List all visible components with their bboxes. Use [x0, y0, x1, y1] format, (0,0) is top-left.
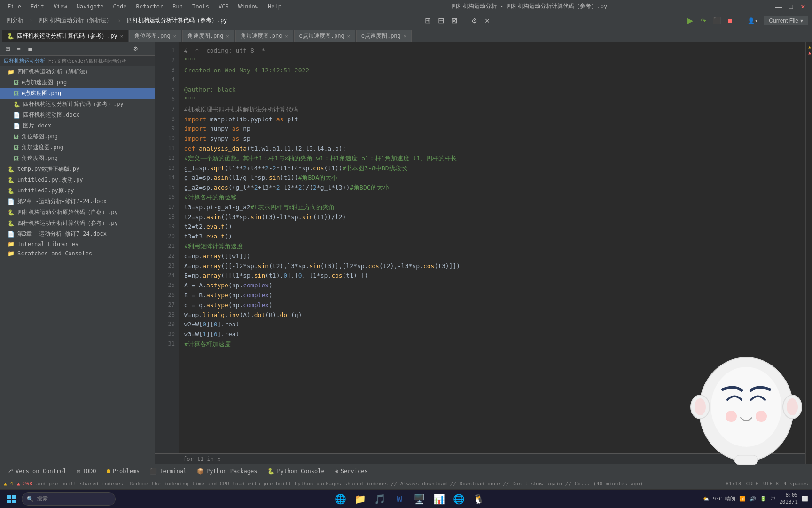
code-line-9: import numpy as np	[184, 124, 800, 134]
ln17: 17	[155, 203, 175, 213]
breadcrumb-file[interactable]: 四杆机构运动分析计算代码（参考）.py	[124, 16, 230, 25]
menu-tools[interactable]: Tools	[188, 2, 213, 11]
settings-icon[interactable]: ⚙	[469, 16, 479, 26]
sidebar-item-temp-label: temp.py数据正确版.py	[17, 165, 79, 173]
tab-e-speed[interactable]: e点速度图.png ✕	[356, 30, 412, 42]
layout-icon[interactable]: ⊞	[422, 16, 433, 26]
tab-angle-speed[interactable]: 角速度图.png ✕	[182, 30, 234, 42]
menu-view[interactable]: View	[50, 2, 71, 11]
sidebar-item-ref-label: 四杆机构运动分析计算代码（参考）.py	[17, 219, 118, 227]
breadcrumb-root[interactable]: 四分析	[4, 16, 26, 25]
close-btn[interactable]: ✕	[798, 1, 808, 12]
taskbar-app-music[interactable]: 🎵	[371, 491, 388, 508]
tab-python-console[interactable]: 🐍 Python Console	[263, 465, 329, 477]
menu-navigate[interactable]: Navigate	[73, 2, 108, 11]
sidebar-item-angle-accel-png[interactable]: 🖼 角加速度图.png	[0, 142, 155, 153]
split-vertical-icon[interactable]: ⊠	[449, 16, 459, 26]
tab-angle-accel[interactable]: 角加速度图.png ✕	[235, 30, 293, 42]
stop-btn[interactable]: ⏹	[725, 16, 735, 26]
run-button[interactable]: ▶	[685, 16, 695, 26]
step-over-btn[interactable]: ↷	[698, 16, 709, 26]
sidebar-collapse-btn[interactable]: ≡	[14, 44, 23, 54]
sidebar-expand-btn[interactable]: ≣	[25, 44, 35, 54]
taskbar-app-word[interactable]: W	[391, 491, 408, 508]
taskbar-app-pycharm[interactable]: 🖥️	[411, 491, 428, 508]
taskbar-app-qq[interactable]: 🐧	[470, 491, 487, 508]
sidebar-item-angle-move-png[interactable]: 🖼 角位移图.png	[0, 131, 155, 142]
tab-e-speed-close[interactable]: ✕	[404, 33, 406, 39]
tab-problems[interactable]: Problems	[102, 465, 145, 477]
py-icon6: 🐍	[8, 220, 15, 227]
taskbar-app-edge[interactable]: 🌐	[450, 491, 467, 508]
sidebar-item-ch3-label: 第3章 -运动分析-修订7-24.docx	[17, 230, 107, 238]
tab-angle-accel-close[interactable]: ✕	[285, 33, 288, 39]
menu-code[interactable]: Code	[109, 2, 131, 11]
ln8: 8	[155, 115, 175, 125]
sidebar-item-folder-analysis[interactable]: 📁 四杆机构运动分析（解析法）	[0, 66, 155, 77]
maximize-btn[interactable]: □	[786, 1, 796, 12]
code-line-30: w3=W[1][0].real	[184, 330, 800, 340]
sidebar-item-e-accel-png[interactable]: 🖼 e点加速度图.png	[0, 77, 155, 88]
sidebar-section-header[interactable]: 四杆机构运动分析 F:\文档\Spyder\四杆机构运动分析	[0, 56, 155, 66]
sidebar-item-ref-py[interactable]: 🐍 四杆机构运动分析计算代码（参考）.py	[0, 218, 155, 229]
code-line-22: q=np.array([[w1]])	[184, 252, 800, 262]
taskbar-search[interactable]: 🔍 搜索	[22, 492, 116, 506]
ln9: 9	[155, 124, 175, 134]
sidebar-item-calc-py[interactable]: 🐍 四杆机构运动分析计算代码（参考）.py	[0, 99, 155, 110]
sidebar-item-temp-py[interactable]: 🐍 temp.py数据正确版.py	[0, 164, 155, 175]
sidebar-item-angle-speed-png[interactable]: 🖼 角速度图.png	[0, 153, 155, 164]
py-icon2: 🐍	[8, 166, 15, 173]
taskbar-app-browser[interactable]: 🌐	[332, 491, 349, 508]
tab-services[interactable]: ⚙ Services	[330, 465, 373, 477]
tab-angle-speed-close[interactable]: ✕	[226, 33, 229, 39]
tab-main-py[interactable]: 🐍 四杆机构运动分析计算代码（参考）.py ✕	[2, 30, 128, 42]
sidebar-item-internal-libs[interactable]: 📁 Internal Libraries	[0, 239, 155, 249]
taskbar-app-explorer[interactable]: 📁	[351, 491, 368, 508]
tab-todo[interactable]: ☑ TODO	[72, 465, 101, 477]
breadcrumb-sep2: ›	[117, 17, 121, 24]
menu-help[interactable]: Help	[264, 2, 285, 11]
profile-icon[interactable]: 👤▾	[745, 16, 761, 25]
menu-file[interactable]: File	[4, 2, 25, 11]
menu-vcs[interactable]: VCS	[215, 2, 233, 11]
breadcrumb-mid[interactable]: 四杆机构运动分析（解析法）	[36, 16, 115, 25]
sidebar-settings-btn[interactable]: ⚙	[131, 44, 141, 54]
tab-main-py-close[interactable]: ✕	[120, 33, 123, 39]
menu-window[interactable]: Window	[234, 2, 262, 11]
sidebar-item-original-py[interactable]: 🐍 四杆机构运动分析原始代码（自创）.py	[0, 207, 155, 218]
sidebar-item-untitled2-py[interactable]: 🐍 untitled2.py.改动.py	[0, 175, 155, 185]
tab-angle-move-close[interactable]: ✕	[173, 33, 176, 39]
debug-btn[interactable]: ⬛	[711, 16, 722, 26]
tab-e-accel[interactable]: e点加速度图.png ✕	[294, 30, 355, 42]
menu-refactor[interactable]: Refactor	[132, 2, 167, 11]
sidebar-item-scratches[interactable]: 📁 Scratches and Consoles	[0, 249, 155, 258]
taskbar-app-powerpoint[interactable]: 📊	[430, 491, 447, 508]
start-button[interactable]	[4, 492, 19, 507]
sidebar-item-ch3-docx[interactable]: 📄 第3章 -运动分析-修订7-24.docx	[0, 229, 155, 239]
tab-angle-move[interactable]: 角位移图.png ✕	[129, 30, 181, 42]
sidebar-item-docx2[interactable]: 📄 图片.docx	[0, 120, 155, 131]
sidebar-item-untitled3-py[interactable]: 🐍 untitled3.py原.py	[0, 185, 155, 196]
sidebar-item-docx1[interactable]: 📄 四杆机构运动图.docx	[0, 110, 155, 120]
tab-e-accel-close[interactable]: ✕	[347, 33, 350, 39]
current-file-button[interactable]: Current File ▾	[764, 16, 808, 25]
menu-run[interactable]: Run	[169, 2, 187, 11]
png-icon3: 🖼	[13, 134, 19, 140]
tab-version-control[interactable]: ⎇ Version Control	[2, 465, 71, 477]
ln18: 18	[155, 213, 175, 222]
split-horizontal-icon[interactable]: ⊟	[436, 16, 446, 26]
close-panel-icon[interactable]: ✕	[482, 16, 492, 26]
menu-edit[interactable]: Edit	[27, 2, 48, 11]
sidebar-item-e-speed-png[interactable]: 🖼 e点速度图.png	[0, 88, 155, 99]
sidebar-item-ch2-docx[interactable]: 📄 第2章 -运动分析-修订7-24.docx	[0, 196, 155, 207]
sidebar-section-path: F:\文档\Spyder\四杆机构运动分析	[48, 58, 126, 64]
problems-dot	[107, 469, 110, 473]
sidebar-close-btn[interactable]: —	[142, 44, 152, 54]
code-area[interactable]: # -*- coding: utf-8 -*- """ Created on W…	[179, 42, 805, 453]
tab-python-packages[interactable]: 📦 Python Packages	[192, 465, 262, 477]
tab-terminal[interactable]: ⬛ Terminal	[145, 465, 191, 477]
code-line-4	[184, 75, 800, 85]
code-line-27: q = q.astype(np.complex)	[184, 301, 800, 310]
minimize-btn[interactable]: —	[773, 1, 784, 12]
sidebar-layout-btn[interactable]: ⊞	[3, 44, 12, 54]
